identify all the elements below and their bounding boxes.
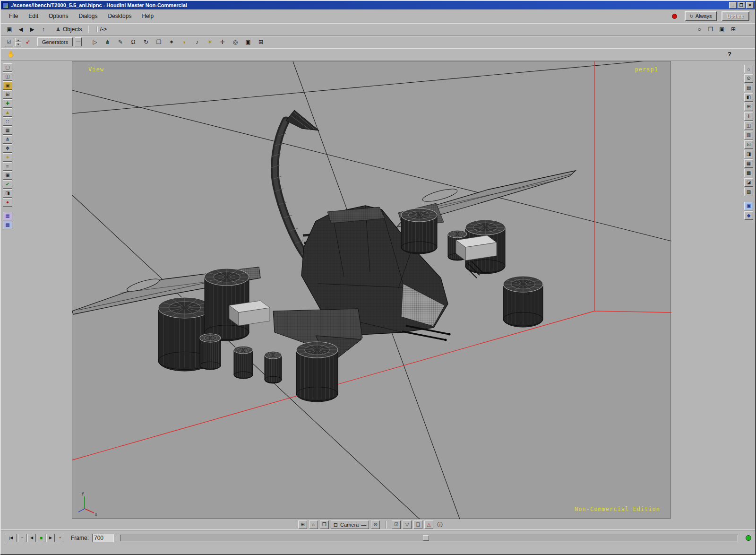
left-tool-icon[interactable]: ⊞ [3,90,12,99]
stop-button[interactable]: ■ [37,534,45,542]
select-mode-icon[interactable]: ☑ [5,38,13,46]
titlebar[interactable]: ./scenes/!bench/T2000_5.5_ani.hipnc - Ho… [1,1,755,9]
light-icon[interactable]: ☀ [205,39,215,45]
pan-hand-icon[interactable]: ✋ [6,51,16,58]
step-back-button[interactable]: − [18,534,26,542]
camera-select[interactable]: ⊟ Camera — [331,520,369,529]
left-tool-icon[interactable]: ✔ [3,180,12,189]
left-tool-icon[interactable]: ▢ [3,63,12,72]
left-tool-icon[interactable]: ▲ [3,108,12,117]
right-tool-icon[interactable]: ⊞ [744,103,753,111]
left-tool-icon[interactable]: ● [3,198,12,207]
menu-desktops[interactable]: Desktops [103,9,137,23]
path-field[interactable]: /-> [94,26,109,33]
forward-icon[interactable]: ▶ [27,26,37,33]
layers-icon[interactable]: ❏ [413,520,422,529]
right-tool-icon[interactable]: ▤ [744,84,753,92]
select-visible-icon[interactable]: ☑ [392,520,401,529]
layout-home-icon[interactable]: ⌂ [309,520,318,529]
right-tool-icon[interactable]: ▣ [744,202,753,210]
layout-single-icon[interactable]: ⊞ [298,520,307,529]
step-forward-button[interactable]: + [56,534,64,542]
close-button[interactable]: ✕ [746,2,754,9]
update-button[interactable]: Update [722,11,749,21]
info-icon[interactable]: ⓘ [435,521,445,529]
frame-input[interactable] [92,534,114,542]
right-tool-icon[interactable]: ▩ [744,169,753,177]
left-tool-icon[interactable]: ▦ [3,212,12,220]
spin-down-icon[interactable]: ▾ [15,42,21,46]
layout-multi-icon[interactable]: ❐ [320,520,329,529]
crosshair-icon[interactable]: ✛ [218,39,227,45]
menu-options[interactable]: Options [43,9,73,23]
menu-file[interactable]: File [4,9,23,23]
timeline-slider[interactable] [120,535,738,541]
pin-icon[interactable]: ➶ [23,38,33,45]
render-ring-icon[interactable]: ○ [695,26,704,33]
magnet-icon[interactable]: Ω [129,39,138,45]
play-reverse-button[interactable]: ◀ [27,534,36,542]
right-tool-icon[interactable]: ◨ [744,150,753,158]
left-tool-icon[interactable]: ▣ [3,81,12,90]
timeline-handle[interactable] [423,535,429,541]
up-icon[interactable]: ↑ [39,26,48,33]
right-tool-icon[interactable]: ▥ [744,131,753,139]
left-tool-icon[interactable]: ▦ [3,126,12,135]
network-view-icon[interactable]: ⋔ [103,39,112,45]
shade-icon[interactable]: ◗ [180,39,189,45]
sparkle-icon[interactable]: ✶ [167,39,176,45]
viewport-3d[interactable]: x y View persp1 Non-Commercial Edition [72,61,671,519]
camera-combo-handle[interactable]: — [361,522,366,528]
right-tool-icon[interactable]: ⌂ [744,65,753,73]
right-tool-icon[interactable]: ▦ [744,159,753,168]
right-tool-icon[interactable]: ⊡ [744,140,753,149]
always-update-button[interactable]: ↻ Always [685,11,716,21]
left-tool-icon[interactable]: ❖ [3,144,12,153]
right-tool-icon[interactable]: ⊙ [744,74,753,83]
lens-icon[interactable]: ◎ [231,39,240,45]
windows-icon[interactable]: ❐ [706,26,715,33]
menu-edit[interactable]: Edit [23,9,43,23]
camera-icon[interactable]: ⊙ [371,520,380,529]
left-tool-icon[interactable]: ◨ [3,189,12,198]
viewport-3d-canvas[interactable]: x y [72,61,671,519]
left-tool-icon[interactable]: ◫ [3,72,12,81]
minimize-button[interactable]: _ [729,2,737,9]
menu-dialogs[interactable]: Dialogs [73,9,103,23]
generators-menu-button[interactable]: Generators [37,37,73,46]
filter-icon[interactable]: ▽ [403,520,412,529]
spinner-control[interactable]: ▴ ▾ [15,38,21,46]
maximize-button[interactable]: ❐ [738,2,745,9]
spin-up-icon[interactable]: ▴ [15,38,21,42]
left-tool-icon[interactable]: ▩ [3,221,12,229]
left-tool-icon[interactable]: ∷ [3,117,12,126]
menu-help[interactable]: Help [137,9,159,23]
left-tool-icon[interactable]: ⋔ [3,135,12,144]
left-tool-icon[interactable]: ☀ [3,153,12,162]
layout-grid-icon[interactable]: ⊞ [729,26,738,33]
new-operator-icon[interactable]: ▷ [90,39,100,45]
record-indicator-icon[interactable] [672,14,677,19]
warning-icon[interactable]: △ [424,520,433,529]
help-icon[interactable]: ? [728,51,731,58]
play-button[interactable]: ▶ [46,534,55,542]
right-tool-icon[interactable]: ◧ [744,93,753,102]
back-icon[interactable]: ◀ [16,26,26,33]
objects-context-button[interactable]: ♟ Objects [56,26,82,33]
recook-icon[interactable]: ↻ [141,39,151,45]
right-tool-icon[interactable]: ◆ [744,211,753,220]
left-tool-icon[interactable]: ▣ [3,171,12,180]
left-tool-icon[interactable]: ≡ [3,162,12,171]
right-tool-icon[interactable]: ✛ [744,112,753,121]
right-tool-icon[interactable]: ▨ [744,188,753,196]
right-tool-icon[interactable]: ◫ [744,121,753,130]
display-icon[interactable]: ▣ [717,26,727,33]
edit-icon[interactable]: ✎ [116,39,125,45]
go-start-button[interactable]: |◀ [5,534,17,542]
generators-handle[interactable]: — [75,37,82,46]
left-tool-icon[interactable]: ✚ [3,99,12,108]
viewport-layout-icon[interactable]: ▣ [5,26,14,33]
right-tool-icon[interactable]: ◪ [744,178,753,187]
grid-snap-icon[interactable]: ⊞ [256,39,266,45]
copy-stamp-icon[interactable]: ❐ [154,39,163,45]
